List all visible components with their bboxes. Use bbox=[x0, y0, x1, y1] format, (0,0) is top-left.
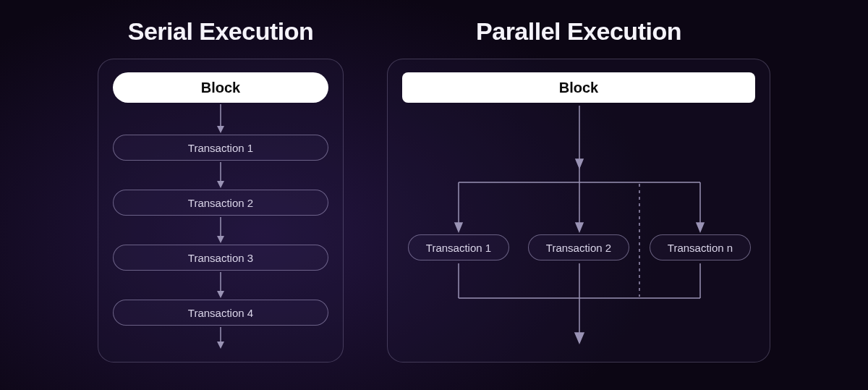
serial-title: Serial Execution bbox=[128, 17, 314, 46]
parallel-tx-2: Transaction 2 bbox=[528, 234, 629, 260]
serial-tx-4: Transaction 4 bbox=[113, 300, 328, 326]
parallel-title: Parallel Execution bbox=[476, 17, 681, 46]
parallel-tx-2-pill: Transaction 2 bbox=[528, 234, 629, 260]
parallel-panel: Block bbox=[387, 59, 770, 363]
parallel-tx-n: Transaction n bbox=[650, 234, 751, 260]
svg-marker-9 bbox=[217, 342, 224, 349]
svg-marker-7 bbox=[217, 291, 224, 298]
svg-marker-26 bbox=[575, 333, 584, 343]
svg-marker-3 bbox=[217, 181, 224, 188]
parallel-flow: Transaction 1 Transaction 2 Transaction … bbox=[402, 103, 755, 363]
arrow-down-icon bbox=[213, 103, 228, 135]
arrow-down-icon bbox=[213, 216, 228, 245]
parallel-connectors bbox=[402, 103, 757, 363]
serial-tx-2: Transaction 2 bbox=[113, 190, 328, 216]
svg-marker-1 bbox=[217, 126, 224, 133]
parallel-column: Parallel Execution Block bbox=[387, 17, 770, 363]
parallel-tx-1: Transaction 1 bbox=[408, 234, 509, 260]
serial-tx-1: Transaction 1 bbox=[113, 135, 328, 161]
svg-marker-11 bbox=[576, 159, 583, 168]
parallel-tx-1-pill: Transaction 1 bbox=[408, 234, 509, 260]
serial-column: Serial Execution Block Transaction 1 Tra… bbox=[98, 17, 344, 363]
serial-tx-3: Transaction 3 bbox=[113, 245, 328, 271]
parallel-block: Block bbox=[402, 72, 755, 103]
svg-marker-19 bbox=[697, 223, 704, 232]
svg-marker-15 bbox=[455, 223, 462, 232]
serial-flow: Transaction 1 Transaction 2 Transaction … bbox=[113, 103, 328, 350]
arrow-down-icon bbox=[213, 161, 228, 190]
diagram-stage: Serial Execution Block Transaction 1 Tra… bbox=[0, 0, 868, 363]
svg-marker-5 bbox=[217, 236, 224, 243]
arrow-down-icon bbox=[213, 326, 228, 350]
svg-marker-17 bbox=[576, 223, 583, 232]
parallel-tx-n-pill: Transaction n bbox=[650, 234, 751, 260]
serial-block: Block bbox=[113, 72, 328, 103]
arrow-down-icon bbox=[213, 271, 228, 300]
serial-panel: Block Transaction 1 Transaction 2 Transa… bbox=[98, 59, 344, 363]
